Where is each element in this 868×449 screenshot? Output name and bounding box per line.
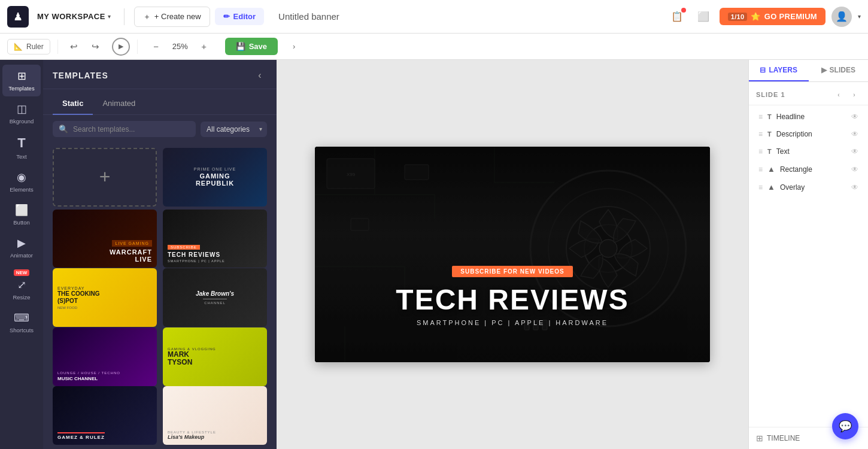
canvas-area[interactable]: X99: [277, 60, 748, 449]
template-card-lisas-makeup[interactable]: BEAUTY & LIFESTYLE Lisa's Makeup: [163, 386, 267, 445]
notes-badge: [681, 8, 686, 13]
template-card-tech-reviews[interactable]: SUBSCRIBE TECH REVIEWS SMARTPHONE | PC |…: [163, 210, 267, 268]
layer-item-headline[interactable]: ≡ T Headline 👁: [751, 108, 866, 125]
category-dropdown-wrap: All categories Gaming Tech Food Music Be…: [201, 122, 267, 137]
layer-name-text: Text: [776, 147, 846, 156]
redo-icon: ↪: [92, 41, 99, 52]
ruler-icon: 📐: [14, 43, 23, 51]
sidebar-resize-label: Resize: [13, 294, 30, 301]
templates-panel-close-button[interactable]: ‹: [253, 68, 267, 83]
template-card-warcraft-live[interactable]: LIVE GAMING WARCRAFTLIVE: [53, 210, 157, 268]
templates-grid: + PRIME ONE LIVE GAMINGREPUBLIK LIVE GAM…: [43, 143, 277, 449]
template-card-cooking-spot[interactable]: EVERYDAY THE COOKING(S)POT NEW FOOD: [53, 268, 157, 327]
editor-pencil-icon: ✏: [223, 12, 230, 21]
background-icon: ◫: [17, 102, 27, 116]
sidebar-item-templates[interactable]: ⊞ Templates: [2, 65, 41, 96]
templates-search-input[interactable]: [73, 125, 190, 134]
notes-icon-button[interactable]: 📋: [667, 7, 687, 27]
chat-bubble-button[interactable]: 💬: [832, 413, 858, 439]
sidebar-elements-label: Elements: [10, 186, 34, 193]
zoom-value: 25%: [169, 42, 192, 51]
sidebar-item-animator[interactable]: ▶ Animator: [2, 232, 41, 263]
layer-drag-handle: ≡: [758, 113, 763, 121]
nav-divider: [124, 8, 125, 25]
elements-icon: ◉: [17, 171, 26, 184]
template-card-gaming-republik[interactable]: PRIME ONE LIVE GAMINGREPUBLIK: [163, 148, 267, 207]
sidebar-item-shortcuts[interactable]: ⌨ Shortcuts: [2, 307, 41, 338]
sidebar-item-text[interactable]: T Text: [2, 131, 41, 165]
layers-tab-label: LAYERS: [769, 66, 797, 74]
ruler-button[interactable]: 📐 Ruler: [7, 39, 50, 54]
templates-tabs-row: Static Animated: [43, 89, 277, 115]
layer-visibility-rectangle[interactable]: 👁: [851, 165, 858, 174]
template-card-mark-tyson[interactable]: GAMING & VLOGGING MARKTYSON: [163, 327, 267, 386]
workspace-logo: ♟: [7, 6, 29, 28]
templates-search-field: 🔍: [53, 121, 196, 137]
premium-star-icon: ⭐: [751, 12, 760, 21]
layer-visibility-text[interactable]: 👁: [851, 147, 858, 156]
layer-item-description[interactable]: ≡ T Description 👁: [751, 126, 866, 142]
shortcuts-icon: ⌨: [14, 311, 29, 324]
avatar-button[interactable]: 👤: [831, 7, 852, 27]
tab-layers[interactable]: ⊟ LAYERS: [749, 60, 809, 81]
go-premium-button[interactable]: 1/10 ⭐ GO PREMIUM: [720, 8, 825, 25]
banner-content: SUBSCRIBE FOR NEW VIDEOS TECH REVIEWS SM…: [315, 266, 710, 326]
zoom-out-button[interactable]: −: [147, 38, 165, 56]
tab-animated[interactable]: Animated: [93, 95, 145, 115]
top-navigation: ♟ MY WORKSPACE ▾ ＋ + Create new ✏ Editor…: [0, 0, 868, 34]
save-button[interactable]: 💾 Save: [225, 38, 278, 55]
create-new-button[interactable]: ＋ + Create new: [134, 7, 210, 27]
editor-tab[interactable]: ✏ Editor: [215, 8, 265, 25]
expand-icon: ›: [293, 42, 295, 51]
layer-item-text[interactable]: ≡ T Text 👁: [751, 143, 866, 160]
template-card-lounge[interactable]: LOUNGE / HOUSE / TECHNO MUSIC CHANNEL: [53, 327, 157, 386]
layer-visibility-headline[interactable]: 👁: [851, 113, 858, 121]
redo-button[interactable]: ↪: [87, 38, 105, 56]
sidebar-item-elements[interactable]: ◉ Elements: [2, 166, 41, 198]
slides-tab-label: SLIDES: [830, 66, 855, 74]
banner-canvas[interactable]: X99: [315, 147, 710, 362]
tab-slides[interactable]: ▶ SLIDES: [809, 60, 869, 81]
preview-icon: ⬜: [697, 11, 709, 22]
layer-overlay-icon: ▲: [767, 183, 775, 192]
workspace-chevron-icon: ▾: [108, 13, 111, 20]
layer-visibility-overlay[interactable]: 👁: [851, 183, 858, 192]
next-slide-button[interactable]: ›: [848, 88, 861, 101]
timeline-label: TIMELINE: [767, 434, 800, 442]
undo-button[interactable]: ↩: [65, 38, 83, 56]
close-panel-icon: ‹: [258, 70, 261, 81]
tab-static[interactable]: Static: [53, 95, 93, 115]
banner-title[interactable]: Untitled banner: [278, 11, 662, 22]
template-card-browns[interactable]: Jake Brown's CHANNEL: [163, 268, 267, 327]
template-card-gamez-rulez[interactable]: GAMEZ & RULEZ: [53, 386, 157, 445]
zoom-in-button[interactable]: +: [195, 38, 213, 56]
right-panel-tabs: ⊟ LAYERS ▶ SLIDES: [749, 60, 868, 82]
layer-drag-handle: ≡: [758, 130, 763, 138]
layer-visibility-description[interactable]: 👁: [851, 130, 858, 138]
sidebar-shortcuts-label: Shortcuts: [10, 327, 34, 333]
premium-label: GO PREMIUM: [764, 12, 817, 21]
sidebar-item-resize[interactable]: NEW ⤢ Resize: [2, 265, 41, 305]
layer-name-overlay: Overlay: [780, 183, 846, 192]
static-tab-label: Static: [62, 99, 83, 108]
sidebar-templates-label: Templates: [8, 85, 34, 92]
category-select[interactable]: All categories Gaming Tech Food Music Be…: [201, 122, 267, 137]
sidebar-icons: ⊞ Templates ◫ Bkground T Text ◉ Elements…: [0, 60, 43, 449]
workspace-name: MY WORKSPACE: [37, 12, 105, 21]
slide-label: SLIDE 1: [756, 91, 785, 98]
layer-text-icon: T: [767, 113, 772, 120]
slide-navigation: ‹ ›: [832, 88, 861, 101]
play-button[interactable]: ▶: [112, 38, 130, 56]
editor-label: Editor: [233, 12, 256, 21]
expand-button[interactable]: ›: [285, 38, 303, 56]
layer-item-overlay[interactable]: ≡ ▲ Overlay 👁: [751, 178, 866, 196]
layer-item-rectangle[interactable]: ≡ ▲ Rectangle 👁: [751, 160, 866, 178]
add-template-card[interactable]: +: [53, 148, 157, 207]
save-disk-icon: 💾: [236, 42, 245, 51]
prev-slide-button[interactable]: ‹: [832, 88, 845, 101]
workspace-dropdown[interactable]: MY WORKSPACE ▾: [34, 10, 114, 23]
notes-icon: 📋: [671, 11, 683, 22]
preview-icon-button[interactable]: ⬜: [693, 7, 714, 27]
sidebar-item-background[interactable]: ◫ Bkground: [2, 98, 41, 129]
sidebar-item-button[interactable]: ⬜ Button: [2, 199, 41, 230]
